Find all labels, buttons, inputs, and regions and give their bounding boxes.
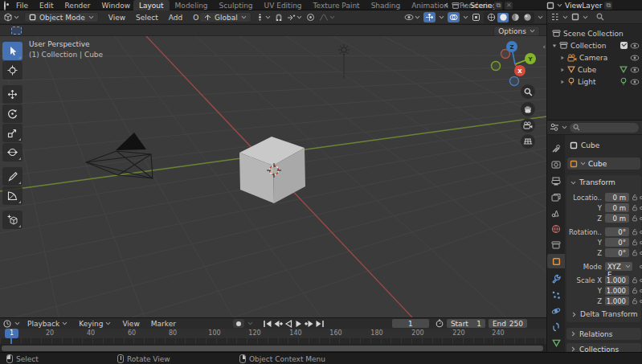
shading-rendered-button[interactable]	[521, 13, 533, 22]
play-reverse-button[interactable]	[284, 319, 293, 328]
display-mode-icon[interactable]	[571, 13, 579, 21]
shading-wireframe-button[interactable]	[485, 13, 497, 22]
tab-collection-properties[interactable]	[547, 238, 565, 252]
end-frame-field[interactable]: End 250	[489, 319, 527, 328]
location-y-field[interactable]: 0 m	[605, 203, 629, 212]
scale-z-lock-icon[interactable]	[632, 297, 638, 305]
menu-select[interactable]: Select	[136, 14, 158, 22]
tool-rotate[interactable]	[2, 104, 22, 123]
tool-move[interactable]	[2, 85, 22, 104]
location-y-lock-icon[interactable]	[632, 204, 638, 211]
blender-logo-icon[interactable]	[4, 2, 6, 10]
outliner-row-collection[interactable]: Collection	[547, 39, 642, 51]
pivot-point-dropdown[interactable]	[256, 13, 271, 22]
tab-layout[interactable]: Layout	[133, 0, 170, 10]
object-name-dropdown-icon[interactable]	[580, 162, 586, 166]
pan-view-button[interactable]	[521, 102, 535, 117]
display-mode-dropdown-icon[interactable]	[583, 15, 588, 19]
location-z-lock-icon[interactable]	[632, 215, 638, 222]
rotation-z-lock-icon[interactable]	[632, 249, 638, 256]
tab-physics-properties[interactable]	[547, 304, 565, 318]
tab-render-properties[interactable]	[547, 157, 565, 172]
properties-editor-dropdown-icon[interactable]	[562, 125, 567, 129]
tab-tool-properties[interactable]	[547, 141, 565, 156]
menu-view-timeline[interactable]: View	[122, 320, 139, 328]
viewlayer-new-button[interactable]: ⧉	[604, 2, 612, 10]
collection-visibility-eye-icon[interactable]	[630, 43, 640, 49]
play-button[interactable]	[294, 319, 304, 328]
show-overlays-toggle[interactable]	[448, 12, 460, 22]
editor-timeline-icon[interactable]	[3, 320, 11, 328]
tab-output-properties[interactable]	[547, 174, 565, 188]
show-gizmo-toggle[interactable]	[423, 12, 435, 22]
timeline-track[interactable]	[0, 338, 546, 344]
tab-constraint-properties[interactable]	[547, 320, 565, 334]
tab-texture-paint[interactable]: Texture Paint	[308, 0, 366, 10]
menu-view[interactable]: View	[108, 14, 125, 22]
auto-keying-dropdown-icon[interactable]	[247, 321, 253, 325]
editor-outliner-icon[interactable]	[550, 13, 559, 21]
tool-transform[interactable]	[2, 143, 22, 162]
location-z-field[interactable]: 0 m	[605, 214, 629, 223]
rotation-mode-dropdown[interactable]: XYZ E..	[605, 262, 632, 271]
overlays-dropdown-icon[interactable]	[463, 15, 468, 19]
scale-x-lock-icon[interactable]	[632, 276, 638, 284]
menu-keying[interactable]: Keying	[79, 320, 111, 328]
object-visibility-dropdown[interactable]	[404, 14, 420, 21]
rotation-x-field[interactable]: 0°	[605, 227, 629, 236]
mode-dropdown[interactable]: Object Mode	[24, 12, 99, 22]
snap-toggle[interactable]	[275, 14, 283, 22]
tool-measure[interactable]	[2, 186, 22, 205]
menu-file[interactable]: File	[16, 2, 28, 10]
menu-render[interactable]: Render	[65, 2, 91, 10]
tab-modeling[interactable]: Modeling	[170, 0, 214, 10]
viewlayer-name[interactable]: ViewLayer	[565, 2, 602, 10]
record-button[interactable]	[236, 321, 241, 326]
outliner-row-scene-collection[interactable]: Scene Collection	[547, 27, 642, 39]
shading-dropdown-icon[interactable]	[538, 15, 543, 19]
shading-solid-button[interactable]	[497, 13, 509, 22]
timeline-ruler[interactable]: 1 20 40 60 80 100 120 140 160 180 200 22…	[0, 329, 546, 338]
next-keyframe-button[interactable]	[305, 319, 314, 328]
rotation-y-field[interactable]: 0°	[605, 238, 629, 247]
menu-add[interactable]: Add	[169, 14, 182, 22]
rotation-z-field[interactable]: 0°	[605, 248, 629, 257]
xray-toggle[interactable]	[472, 13, 480, 22]
camera-expand-icon[interactable]	[560, 55, 565, 60]
location-x-field[interactable]: 0 m	[605, 193, 629, 202]
cube-visibility-eye-icon[interactable]	[630, 67, 640, 73]
scene-name[interactable]: Scene	[470, 2, 492, 10]
delta-transform-panel-header[interactable]: Delta Transform	[571, 310, 638, 318]
breadcrumb-object-name[interactable]: Cube	[581, 141, 599, 149]
transform-panel-header[interactable]: Transform	[570, 178, 615, 186]
scene-dropdown-icon[interactable]	[462, 3, 468, 7]
outliner-editor-dropdown-icon[interactable]	[562, 15, 568, 19]
tool-cursor[interactable]	[2, 61, 22, 80]
rotation-y-lock-icon[interactable]	[632, 239, 638, 246]
light-visibility-eye-icon[interactable]	[630, 79, 640, 85]
editor-properties-icon[interactable]	[550, 123, 559, 132]
relations-panel-header[interactable]: Relations	[566, 328, 641, 340]
collection-checkbox[interactable]	[620, 42, 628, 49]
tab-world-properties[interactable]	[547, 222, 565, 236]
timeline-editor-dropdown-icon[interactable]	[14, 321, 20, 325]
options-dropdown[interactable]: Options	[493, 26, 540, 36]
start-frame-field[interactable]: Start 1	[447, 319, 485, 328]
collection-expand-icon[interactable]	[552, 43, 557, 48]
scene-new-button[interactable]: ⧉	[494, 2, 502, 10]
scale-y-lock-icon[interactable]	[632, 287, 638, 294]
outliner-row-light[interactable]: Light	[547, 76, 642, 88]
scale-y-field[interactable]: 1.000	[605, 286, 629, 295]
transform-orientation-dropdown[interactable]: Global	[199, 12, 251, 22]
toggle-ortho-button[interactable]	[521, 134, 535, 149]
editor-type-button[interactable]	[3, 13, 19, 22]
camera-view-button[interactable]	[521, 118, 535, 133]
snap-target-dropdown[interactable]	[287, 14, 302, 22]
current-frame-field[interactable]: 1	[392, 319, 429, 328]
current-frame-marker[interactable]: 1	[5, 329, 18, 338]
zoom-view-button[interactable]	[521, 84, 535, 99]
tab-particle-properties[interactable]	[547, 288, 565, 302]
tabs-scroll-left-icon[interactable]	[444, 2, 448, 8]
cube-expand-icon[interactable]	[560, 67, 565, 72]
sidebar-collapse-icon[interactable]: ‹	[542, 43, 546, 51]
